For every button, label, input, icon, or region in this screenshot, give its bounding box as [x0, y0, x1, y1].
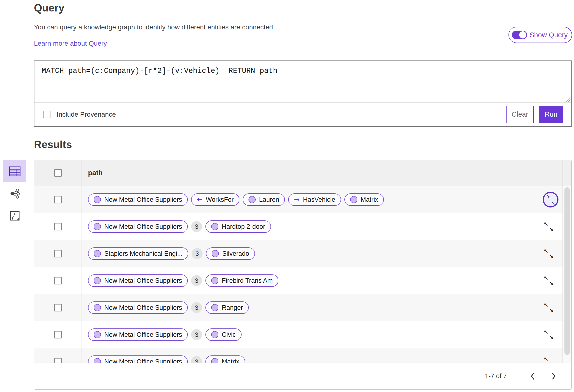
expand-row-button[interactable]: ↖↘	[544, 275, 554, 286]
query-panel-footer: Include Provenance Clear Run	[34, 102, 571, 126]
path-column-header: path	[82, 160, 571, 186]
node-circle-icon	[211, 223, 218, 230]
collapsed-count-badge[interactable]: 3	[191, 329, 202, 340]
expand-arrow-icon: ↖	[544, 221, 548, 227]
node-pill[interactable]: Civic	[205, 328, 242, 341]
node-label: Matrix	[222, 358, 239, 363]
expand-arrow-icon: ↖	[544, 248, 548, 254]
expand-row-button[interactable]: ↖↘	[544, 222, 554, 232]
learn-more-link[interactable]: Learn more about Query	[34, 40, 107, 47]
arrow-left-icon: ←	[197, 196, 202, 203]
collapsed-count-badge[interactable]: 3	[191, 275, 202, 286]
row-checkbox-cell	[34, 348, 82, 363]
row-checkbox[interactable]	[54, 196, 62, 203]
expand-arrow-icon: ↘	[549, 226, 554, 233]
table-view-button[interactable]	[3, 160, 26, 182]
pagination-next-button[interactable]	[548, 371, 559, 381]
node-label: Matrix	[361, 196, 378, 203]
node-pill[interactable]: New Metal Office Suppliers	[88, 193, 188, 206]
toggle-switch-icon[interactable]	[512, 31, 527, 39]
row-checkbox[interactable]	[54, 250, 62, 257]
node-pill[interactable]: New Metal Office Suppliers	[88, 328, 188, 341]
expand-row-button[interactable]: ↖↘	[544, 330, 554, 340]
node-pill[interactable]: Silverado	[206, 247, 255, 260]
table-view-icon	[9, 166, 21, 177]
node-circle-icon	[94, 223, 101, 230]
collapsed-count-badge[interactable]: 3	[191, 302, 202, 313]
chevron-left-icon	[530, 372, 535, 380]
include-provenance-label: Include Provenance	[57, 111, 116, 118]
row-checkbox[interactable]	[54, 304, 62, 312]
path-cell: New Metal Office Suppliers3Firebird Tran…	[82, 267, 571, 294]
view-switcher	[3, 160, 26, 227]
node-circle-icon	[94, 196, 101, 203]
node-pill[interactable]: New Metal Office Suppliers	[88, 355, 188, 363]
relationship-label: WorksFor	[206, 196, 234, 203]
row-checkbox[interactable]	[54, 331, 62, 338]
select-all-checkbox[interactable]	[54, 169, 62, 177]
path-cell: New Metal Office Suppliers3Civic	[82, 321, 571, 348]
node-pill[interactable]: Hardtop 2-door	[205, 220, 271, 233]
expand-arrow-icon: ↘	[549, 334, 554, 341]
page-title: Query	[34, 2, 64, 14]
node-pill[interactable]: Lauren	[243, 193, 285, 206]
node-pill[interactable]: New Metal Office Suppliers	[88, 301, 188, 314]
relationship-pill[interactable]: →HasVehicle	[288, 193, 341, 206]
pagination-prev-button[interactable]	[527, 371, 538, 381]
node-pill[interactable]: New Metal Office Suppliers	[88, 220, 188, 233]
node-label: Hardtop 2-door	[222, 223, 265, 230]
node-label: New Metal Office Suppliers	[104, 223, 182, 230]
expand-row-button[interactable]: ↖↘	[544, 249, 554, 259]
collapsed-count-badge[interactable]: 3	[192, 248, 203, 259]
pagination-range-label: 1-7 of 7	[485, 372, 507, 380]
run-button[interactable]: Run	[539, 106, 563, 123]
collapsed-count-badge[interactable]: 3	[191, 356, 202, 363]
row-checkbox[interactable]	[54, 358, 62, 363]
node-label: Ranger	[222, 304, 243, 312]
row-checkbox[interactable]	[54, 223, 62, 230]
relationship-pill[interactable]: ←WorksFor	[191, 193, 239, 206]
path-cell: New Metal Office Suppliers3Ranger	[82, 294, 571, 321]
node-label: Lauren	[259, 196, 279, 203]
node-circle-icon	[211, 304, 218, 311]
node-pill[interactable]: New Metal Office Suppliers	[88, 274, 188, 287]
path-cell: New Metal Office Suppliers3Hardtop 2-doo…	[82, 213, 571, 240]
node-pill[interactable]: Firebird Trans Am	[205, 274, 278, 287]
table-row: New Metal Office Suppliers3Ranger↖↘	[34, 294, 571, 321]
node-pill[interactable]: Ranger	[205, 301, 249, 314]
row-checkbox-cell	[34, 240, 82, 267]
query-textarea[interactable]: MATCH path=(c:Company)-[r*2]-(v:Vehicle)…	[34, 61, 571, 102]
node-circle-icon	[350, 196, 357, 203]
expand-arrow-icon: ↖	[544, 356, 548, 362]
resize-grip[interactable]	[565, 96, 570, 102]
show-query-label: Show Query	[530, 31, 568, 39]
table-row: New Metal Office Suppliers3Hardtop 2-doo…	[34, 213, 571, 240]
graph-view-icon	[10, 188, 20, 199]
row-checkbox-cell	[34, 213, 82, 240]
node-pill[interactable]: Matrix	[344, 193, 384, 206]
toggle-knob	[519, 31, 526, 39]
collapsed-count-badge[interactable]: 3	[191, 221, 202, 232]
results-table: path New Metal Office Suppliers←WorksFor…	[34, 160, 572, 390]
scrollbar-thumb[interactable]	[564, 187, 570, 355]
node-circle-icon	[94, 250, 101, 257]
collapse-arrow-icon: ↖	[551, 200, 555, 206]
clear-button[interactable]: Clear	[506, 106, 534, 123]
graph-view-button[interactable]	[3, 182, 26, 205]
row-checkbox-cell	[34, 186, 82, 213]
table-row: New Metal Office Suppliers3Civic↖↘	[34, 321, 571, 348]
select-all-cell	[34, 160, 82, 186]
path-cell: New Metal Office Suppliers3Matrix	[82, 348, 571, 363]
scrollbar-track[interactable]	[563, 186, 571, 363]
collapse-row-button[interactable]: ↘↖	[543, 192, 558, 207]
expand-row-button[interactable]: ↖↘	[544, 357, 554, 363]
show-query-toggle[interactable]: Show Query	[509, 27, 572, 43]
map-view-button[interactable]	[3, 205, 26, 227]
expand-row-button[interactable]: ↖↘	[544, 303, 554, 313]
node-circle-icon	[94, 277, 101, 284]
node-pill[interactable]: Staplers Mechanical Engi...	[88, 247, 188, 260]
include-provenance-checkbox[interactable]	[43, 111, 50, 118]
results-table-body: New Metal Office Suppliers←WorksForLaure…	[34, 186, 571, 363]
node-pill[interactable]: Matrix	[205, 355, 245, 363]
row-checkbox[interactable]	[54, 277, 62, 284]
